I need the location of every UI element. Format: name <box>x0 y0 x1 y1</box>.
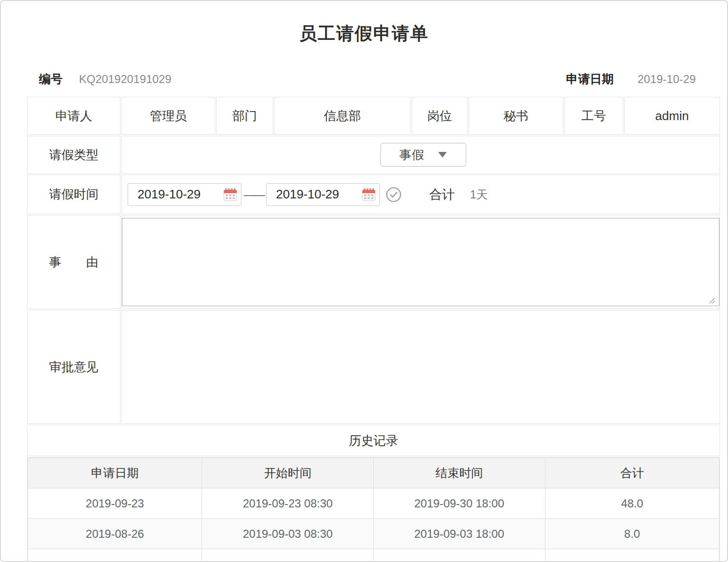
history-cell <box>545 549 719 562</box>
table-row: 审批意见 <box>27 310 720 424</box>
apply-date: 申请日期 2019-10-29 <box>566 71 696 87</box>
leave-type-cell: 事假 <box>121 136 720 174</box>
reason-textarea[interactable] <box>122 218 719 306</box>
leave-type-selected-value: 事假 <box>399 147 424 163</box>
table-row: 事 由 <box>27 215 720 309</box>
history-cell: 48.0 <box>545 488 719 519</box>
apply-date-value: 2019-10-29 <box>637 73 696 85</box>
end-date-field <box>266 183 380 206</box>
form-number-label: 编号 <box>39 72 63 85</box>
history-cell: 2019-09-23 <box>28 488 202 519</box>
department-value: 信息部 <box>274 97 411 135</box>
history-col-apply-date: 申请日期 <box>28 458 202 488</box>
history-cell: 2019-08-26 <box>28 519 202 549</box>
department-label: 部门 <box>216 97 273 135</box>
reason-label: 事 由 <box>27 215 120 309</box>
table-row: 申请人 管理员 部门 信息部 岗位 秘书 工号 admin <box>27 97 720 135</box>
check-circle-icon[interactable] <box>386 187 402 203</box>
history-col-total: 合计 <box>545 458 719 488</box>
history-section-title: 历史记录 <box>27 425 720 456</box>
history-cell: 2019-09-30 18:00 <box>373 488 545 519</box>
date-range-separator: —— <box>244 188 264 201</box>
history-cell <box>28 549 202 562</box>
calendar-icon[interactable] <box>223 187 237 202</box>
position-value: 秘书 <box>469 97 563 135</box>
leave-type-label: 请假类型 <box>27 136 120 174</box>
leave-application-form: 员工请假申请单 编号 KQ201920191029 申请日期 2019-10-2… <box>0 0 728 562</box>
history-table-container: 申请日期 开始时间 结束时间 合计 2019-09-23 2019-09-23 … <box>27 457 720 562</box>
table-row: 申请日期 开始时间 结束时间 合计 2019-09-23 2019-09-23 … <box>27 457 720 562</box>
table-row: 历史记录 <box>27 425 720 456</box>
table-row: 请假时间 <box>27 175 720 214</box>
history-col-end-time: 结束时间 <box>373 458 545 488</box>
form-number: 编号 KQ201920191029 <box>39 71 171 87</box>
apply-date-label: 申请日期 <box>566 72 614 85</box>
leave-time-label: 请假时间 <box>27 175 120 214</box>
total-label: 合计 <box>429 186 455 203</box>
history-cell: 2019-09-03 18:00 <box>373 519 545 549</box>
chevron-down-icon <box>438 152 447 158</box>
form-number-value: KQ201920191029 <box>79 73 171 85</box>
start-date-field <box>128 183 241 206</box>
history-cell <box>373 549 545 562</box>
meta-row: 编号 KQ201920191029 申请日期 2019-10-29 <box>1 71 727 87</box>
reason-cell <box>121 215 720 309</box>
leave-form-table: 申请人 管理员 部门 信息部 岗位 秘书 工号 admin 请假类型 事假 请假… <box>26 96 721 562</box>
total-value: 1天 <box>470 187 488 202</box>
approval-content-area <box>121 310 720 424</box>
employee-id-value: admin <box>624 97 720 135</box>
calendar-icon[interactable] <box>361 187 376 202</box>
table-row: 2019-08-26 2019-09-03 08:30 2019-09-03 1… <box>28 519 719 549</box>
table-row <box>28 549 719 562</box>
table-row: 2019-09-23 2019-09-23 08:30 2019-09-30 1… <box>28 488 719 519</box>
history-cell: 8.0 <box>545 519 719 549</box>
history-cell <box>202 549 374 562</box>
table-row: 请假类型 事假 <box>27 136 720 174</box>
applicant-label: 申请人 <box>27 97 120 135</box>
history-cell: 2019-09-23 08:30 <box>202 488 374 519</box>
history-header-row: 申请日期 开始时间 结束时间 合计 <box>28 458 719 488</box>
history-cell: 2019-09-03 08:30 <box>202 519 374 549</box>
applicant-value: 管理员 <box>121 97 215 135</box>
position-label: 岗位 <box>412 97 468 135</box>
page-title: 员工请假申请单 <box>1 1 727 46</box>
employee-id-label: 工号 <box>564 97 623 135</box>
leave-time-cell: —— <box>121 175 720 214</box>
history-col-start-time: 开始时间 <box>202 458 374 488</box>
approval-label: 审批意见 <box>27 310 120 424</box>
leave-type-select[interactable]: 事假 <box>380 143 466 167</box>
history-table: 申请日期 开始时间 结束时间 合计 2019-09-23 2019-09-23 … <box>28 458 719 562</box>
